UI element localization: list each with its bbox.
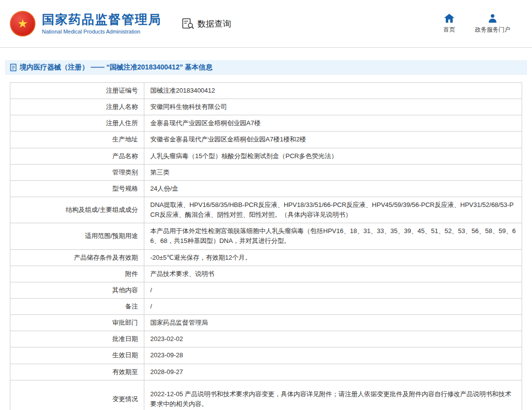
home-icon <box>444 13 455 23</box>
row-label: 产品名称 <box>10 148 144 164</box>
row-label: 适用范围/预期用途 <box>10 223 144 249</box>
row-value: 本产品用于体外定性检测宫颈脱落细胞中人乳头瘤病毒（包括HPV16、18、31、3… <box>144 223 522 249</box>
table-row: 生产地址安徽省金寨县现代产业园区金梧桐创业园A7楼1楼和2楼 <box>10 132 522 148</box>
emblem-star-icon: ★ <box>17 18 28 30</box>
national-emblem-logo[interactable]: ★ <box>10 11 35 36</box>
row-label: 审批部门 <box>10 315 144 331</box>
row-value: 国械注准20183400412 <box>144 83 522 99</box>
row-label: 其他内容 <box>10 282 144 298</box>
table-row: 注册证编号国械注准20183400412 <box>10 83 522 99</box>
table-row: 适用范围/预期用途本产品用于体外定性检测宫颈脱落细胞中人乳头瘤病毒（包括HPV1… <box>10 223 522 249</box>
data-query-label: 数据查询 <box>198 18 231 30</box>
row-value: / <box>144 298 522 314</box>
table-row: 注册人住所金寨县现代产业园区金梧桐创业园A7楼 <box>10 115 522 132</box>
table-row: 备注/ <box>10 298 522 314</box>
table-row: 审批部门国家药品监督管理局 <box>10 315 522 331</box>
row-value: 24人份/盒 <box>144 180 522 197</box>
org-name-cn: 国家药品监督管理局 <box>42 13 162 27</box>
table-row: 管理类别第三类 <box>10 164 522 180</box>
registration-info-table: 注册证编号国械注准20183400412注册人名称安徽同科生物科技有限公司注册人… <box>10 82 522 410</box>
row-value: 产品技术要求、说明书 <box>144 266 522 282</box>
table-row: 注册人名称安徽同科生物科技有限公司 <box>10 99 522 115</box>
header-left: ★ 国家药品监督管理局 National Medical Products Ad… <box>10 11 231 36</box>
row-value: 2023-09-28 <box>144 347 522 364</box>
row-value: 人乳头瘤病毒（15个型）核酸分型检测试剂盒（PCR多色荧光法） <box>144 148 522 164</box>
row-value: 安徽同科生物科技有限公司 <box>144 99 522 115</box>
table-row: 有效期至2028-09-27 <box>10 364 522 380</box>
nav-home[interactable]: 首页 <box>438 13 460 34</box>
row-value: 2022-12-05 产品说明书和技术要求内容变更，具体内容详见附件；请注册人依… <box>144 380 522 410</box>
row-label: 备注 <box>10 298 144 314</box>
row-label: 生效日期 <box>10 347 144 364</box>
page-title: 境内医疗器械（注册） —— “国械注准20183400412” 基本信息 <box>20 63 212 72</box>
nav-home-label: 首页 <box>443 26 455 34</box>
user-icon <box>488 13 498 23</box>
row-label: 产品储存条件及有效期 <box>10 249 144 266</box>
row-value: DNA提取液、HPV16/58/35/HBB-PCR反应液、HPV18/33/5… <box>144 197 522 223</box>
row-label: 注册证编号 <box>10 83 144 99</box>
nav-portal-label: 政务服务门户 <box>475 26 510 34</box>
row-label: 有效期至 <box>10 364 144 380</box>
row-value: 安徽省金寨县现代产业园区金梧桐创业园A7楼1楼和2楼 <box>144 132 522 148</box>
row-label: 注册人住所 <box>10 115 144 132</box>
document-search-icon <box>182 18 194 29</box>
row-label: 生产地址 <box>10 132 144 148</box>
row-value: -20±5℃避光保存，有效期12个月。 <box>144 249 522 266</box>
table-row: 产品名称人乳头瘤病毒（15个型）核酸分型检测试剂盒（PCR多色荧光法） <box>10 148 522 164</box>
header-nav: 首页 政务服务门户 <box>438 13 510 34</box>
row-value: / <box>144 282 522 298</box>
row-value: 第三类 <box>144 164 522 180</box>
table-row: 生效日期2023-09-28 <box>10 347 522 364</box>
table-row: 附件产品技术要求、说明书 <box>10 266 522 282</box>
row-value: 2028-09-27 <box>144 364 522 380</box>
table-row: 变更情况2022-12-05 产品说明书和技术要求内容变更，具体内容详见附件；请… <box>10 380 522 410</box>
main-content: 境内医疗器械（注册） —— “国械注准20183400412” 基本信息 注册证… <box>0 48 532 410</box>
table-row: 型号规格24人份/盒 <box>10 180 522 197</box>
row-label: 型号规格 <box>10 180 144 197</box>
document-icon <box>10 64 17 71</box>
table-row: 结构及组成/主要组成成分DNA提取液、HPV16/58/35/HBB-PCR反应… <box>10 197 522 223</box>
table-row: 批准日期2023-02-02 <box>10 331 522 347</box>
table-row: 产品储存条件及有效期-20±5℃避光保存，有效期12个月。 <box>10 249 522 266</box>
org-name-en: National Medical Products Administration <box>42 29 162 34</box>
nav-portal[interactable]: 政务服务门户 <box>475 13 510 34</box>
row-value: 2023-02-02 <box>144 331 522 347</box>
row-label: 附件 <box>10 266 144 282</box>
row-label: 管理类别 <box>10 164 144 180</box>
data-query-nav[interactable]: 数据查询 <box>182 18 231 30</box>
row-label: 注册人名称 <box>10 99 144 115</box>
row-value: 金寨县现代产业园区金梧桐创业园A7楼 <box>144 115 522 132</box>
row-label: 结构及组成/主要组成成分 <box>10 197 144 223</box>
row-label: 批准日期 <box>10 331 144 347</box>
org-names: 国家药品监督管理局 National Medical Products Admi… <box>42 13 162 34</box>
page-title-bar: 境内医疗器械（注册） —— “国械注准20183400412” 基本信息 <box>5 60 527 75</box>
table-row: 其他内容/ <box>10 282 522 298</box>
info-table-body: 注册证编号国械注准20183400412注册人名称安徽同科生物科技有限公司注册人… <box>10 83 522 410</box>
site-header: ★ 国家药品监督管理局 National Medical Products Ad… <box>0 0 532 48</box>
row-value: 国家药品监督管理局 <box>144 315 522 331</box>
row-label: 变更情况 <box>10 380 144 410</box>
